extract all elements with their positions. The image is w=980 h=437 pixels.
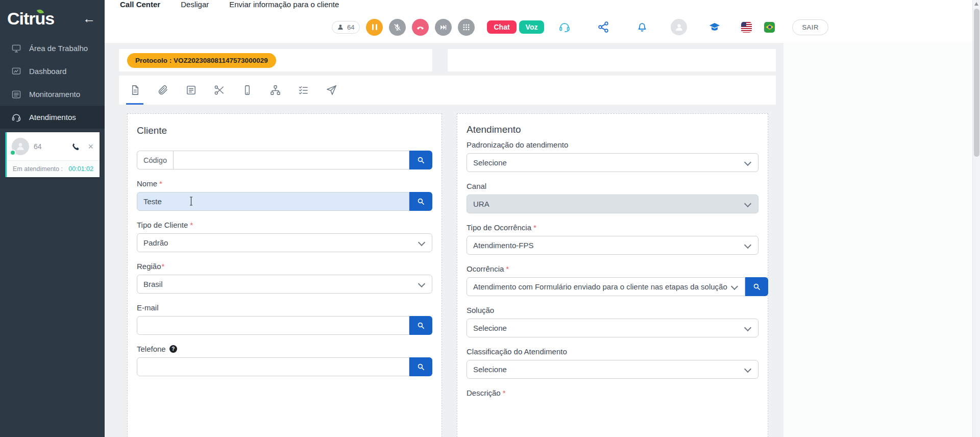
tab-hierarchy-button[interactable] — [270, 84, 281, 96]
graduation-cap-icon — [708, 21, 721, 33]
codigo-prepend-label: Código — [137, 151, 173, 169]
ocorrencia-select[interactable]: Atendimento com Formulário enviado para … — [467, 277, 745, 296]
nav-enviar-informacao[interactable]: Enviar informação para o cliente — [229, 0, 339, 9]
tab-history-button[interactable] — [185, 84, 197, 96]
sidebar-item-label: Área de Trabalho — [29, 44, 88, 53]
tipo-ocorrencia-select[interactable]: Atendimento-FPS — [467, 236, 758, 255]
caller-extension: 64 — [34, 142, 42, 151]
right-blank-area — [783, 43, 980, 437]
nav-call-center[interactable]: Call Center — [120, 0, 160, 9]
dialpad-icon — [462, 23, 471, 32]
required-mark: * — [159, 179, 162, 188]
scroll-up-arrow[interactable] — [974, 2, 978, 6]
classificacao-label: Classificação do Atendimento — [467, 347, 758, 356]
phone-icon[interactable] — [71, 142, 80, 151]
headset-icon — [11, 112, 21, 123]
person-icon — [15, 141, 26, 152]
softphone-button[interactable] — [558, 21, 571, 33]
nav-desligar[interactable]: Desligar — [181, 0, 209, 9]
monitoring-icon — [11, 89, 21, 100]
sidebar: Citrus ← Área de Trabalho Dashboard Moni… — [0, 0, 105, 437]
telefone-input[interactable] — [137, 357, 409, 376]
sidebar-logo-row: Citrus ← — [0, 0, 105, 37]
protocol-badge: Protocolo : VOZ202308081147573000029 — [127, 53, 276, 68]
training-button[interactable] — [708, 21, 721, 33]
chat-mode-button[interactable]: Chat — [487, 20, 516, 34]
sidebar-item-label: Atendimentos — [29, 113, 76, 122]
dialpad-button[interactable] — [458, 19, 475, 36]
telefone-label: Telefone ? — [137, 345, 432, 353]
call-status-label: Em atendimento : — [13, 165, 63, 173]
tipo-ocorrencia-label: Tipo de Ocorrência * — [467, 223, 758, 232]
sidebar-item-dashboard[interactable]: Dashboard — [0, 60, 105, 83]
help-icon[interactable]: ? — [169, 345, 177, 353]
header-nav: Call Center Desligar Enviar informação p… — [105, 0, 980, 11]
hang-up-button[interactable] — [412, 19, 429, 36]
ocorrencia-search-button[interactable] — [745, 277, 768, 296]
voice-mode-button[interactable]: Voz — [519, 20, 545, 34]
telefone-search-button[interactable] — [409, 357, 432, 376]
email-search-button[interactable] — [409, 316, 432, 335]
tab-transfer-button[interactable] — [213, 84, 225, 96]
pause-call-button[interactable] — [366, 19, 383, 36]
sitemap-icon — [270, 84, 281, 96]
required-mark: * — [506, 264, 509, 273]
nome-search-button[interactable] — [409, 192, 432, 211]
nome-input[interactable] — [137, 192, 409, 211]
required-mark: * — [533, 223, 536, 232]
tab-mobile-button[interactable] — [241, 84, 253, 96]
sidebar-item-atendimentos[interactable]: Atendimentos — [0, 106, 105, 129]
close-call-icon[interactable]: × — [88, 142, 93, 151]
search-icon — [416, 197, 425, 206]
call-card-bottom: Em atendimento : 00:01:02 — [7, 161, 100, 177]
br-flag-circle — [768, 26, 771, 29]
mute-mic-button[interactable] — [389, 19, 406, 36]
online-status-dot — [10, 150, 16, 156]
integrations-button[interactable] — [597, 21, 609, 33]
classificacao-select[interactable]: Selecione — [467, 360, 758, 379]
sidebar-item-label: Dashboard — [29, 67, 66, 76]
skip-track-button[interactable] — [435, 19, 452, 36]
padronizacao-field: Padronização do atendimento Selecione — [467, 140, 758, 172]
agent-count-badge: 64 — [332, 21, 360, 34]
ocorrencia-field: Ocorrência * Atendimento com Formulário … — [467, 264, 758, 296]
language-flag-br[interactable] — [764, 22, 775, 33]
padronizacao-select[interactable]: Selecione — [467, 153, 758, 172]
nome-field: Nome * — [137, 179, 432, 211]
codigo-input[interactable] — [173, 151, 409, 169]
protocol-card: Protocolo : VOZ202308081147573000029 — [119, 49, 432, 71]
active-tab-indicator — [126, 103, 143, 105]
solucao-label: Solução — [467, 306, 758, 314]
headset-icon — [558, 21, 571, 33]
tab-checklist-button[interactable] — [298, 84, 309, 96]
search-icon — [416, 321, 425, 330]
email-field: E-mail — [137, 303, 432, 335]
language-flag-us[interactable] — [741, 22, 752, 33]
notifications-button[interactable] — [636, 21, 648, 33]
tab-attachments-button[interactable] — [157, 84, 169, 96]
vertical-scrollbar[interactable] — [972, 0, 980, 437]
email-input[interactable] — [137, 316, 409, 335]
panels-row: Cliente Código — [127, 113, 768, 437]
call-timer: 00:01:02 — [68, 165, 93, 173]
collapse-sidebar-icon[interactable]: ← — [83, 12, 95, 25]
share-nodes-icon — [597, 21, 609, 33]
citrus-logo: Citrus — [7, 9, 54, 29]
tab-send-button[interactable] — [326, 84, 337, 96]
telefone-field: Telefone ? — [137, 345, 432, 376]
regiao-select[interactable]: Brasil — [137, 275, 432, 294]
skip-forward-icon — [439, 23, 448, 32]
padronizacao-label: Padronização do atendimento — [467, 140, 758, 149]
sidebar-item-area-de-trabalho[interactable]: Área de Trabalho — [0, 37, 105, 60]
sidebar-item-monitoramento[interactable]: Monitoramento — [0, 83, 105, 106]
user-avatar[interactable] — [671, 19, 687, 35]
tab-form-button[interactable] — [129, 84, 141, 96]
solucao-select[interactable]: Selecione — [467, 319, 758, 337]
scrollbar-thumb[interactable] — [974, 9, 979, 157]
br-flag-diamond — [766, 25, 773, 30]
codigo-search-button[interactable] — [409, 151, 432, 169]
regiao-field: Região * Brasil — [137, 262, 432, 294]
logout-button[interactable]: SAIR — [792, 19, 828, 35]
tipo-cliente-select[interactable]: Padrão — [137, 233, 432, 252]
agent-count: 64 — [347, 23, 354, 31]
